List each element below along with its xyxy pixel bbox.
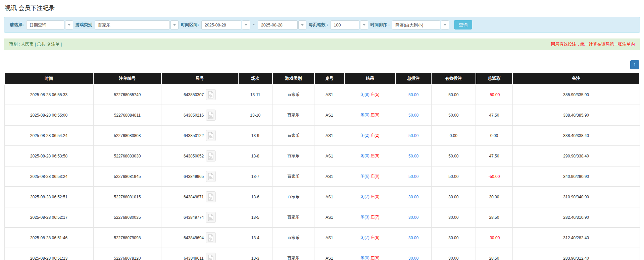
time-sort-dropdown-button[interactable] (441, 20, 449, 29)
round-id-text: 643850216 (184, 113, 204, 118)
cell-round-id: 643849965 (161, 166, 238, 187)
cell-game-type: 百家乐 (273, 227, 314, 248)
round-id-text: 643850122 (184, 133, 204, 138)
date-to-select[interactable]: 2025-08-28 (258, 20, 306, 29)
cell-payout: 47.50 (476, 105, 513, 125)
search-button[interactable]: 查询 (454, 20, 472, 29)
date-from-select[interactable]: 2025-08-28 (201, 20, 250, 29)
cell-time: 2025-08-28 06:52:17 (4, 207, 93, 227)
video-replay-icon[interactable] (206, 150, 216, 161)
cell-result: 闲(2) 庄(2) (344, 125, 396, 146)
table-row: 2025-08-28 06:53:58 522768083030 6438500… (4, 146, 640, 166)
header-valid-bet: 有效投注 (431, 73, 476, 85)
query-type-value: 日期查询 (26, 20, 64, 29)
cell-round-id: 643850307 (161, 84, 238, 105)
result-banker-text: 庄(6) (370, 235, 380, 240)
result-banker-text: 庄(9) (370, 153, 380, 158)
table-header-row: 时间 注单编号 局号 场次 游戏类别 桌号 结果 总投注 有效投注 总派彩 备注 (4, 73, 640, 85)
game-type-label: 游戏类别 (76, 22, 92, 28)
cell-game-type: 百家乐 (273, 84, 314, 105)
cell-result: 闲(0) 庄(8) (344, 105, 396, 125)
time-sort-select[interactable]: 降幂(由大到小) (392, 20, 449, 29)
page-size-dropdown-button[interactable] (360, 20, 368, 29)
pagination-top: 1 (4, 60, 639, 69)
result-player-text: 闲(0) (360, 153, 369, 158)
video-replay-icon[interactable] (206, 212, 216, 223)
cell-valid-bet: 50.00 (431, 84, 476, 105)
cell-session: 13-6 (238, 187, 273, 207)
table-row: 2025-08-28 06:55:33 522768085749 6438503… (4, 84, 640, 105)
video-replay-icon[interactable] (206, 171, 216, 182)
cell-total-bet: 30.00 (396, 187, 431, 207)
cell-table-no: AS1 (314, 84, 344, 105)
cell-payout: 47.50 (476, 146, 513, 166)
cell-table-no: AS1 (314, 248, 344, 260)
header-table-no: 桌号 (314, 73, 344, 85)
cell-round-id: 643850052 (161, 146, 238, 166)
chevron-down-icon (68, 24, 70, 26)
cell-valid-bet: 50.00 (431, 146, 476, 166)
date-from-value: 2025-08-28 (201, 20, 241, 29)
result-banker-text: 庄(0) (370, 194, 380, 199)
result-banker-text: 庄(5) (370, 92, 380, 97)
video-replay-icon[interactable] (206, 232, 216, 243)
cell-payout: 28.50 (476, 248, 513, 260)
cell-note: 340.90/290.90 (512, 166, 640, 187)
cell-total-bet: 50.00 (396, 105, 431, 125)
table-body: 2025-08-28 06:55:33 522768085749 6438503… (4, 84, 640, 260)
cell-total-bet: 30.00 (396, 227, 431, 248)
cell-session: 13-11 (238, 84, 273, 105)
game-type-dropdown-button[interactable] (170, 20, 179, 29)
filter-bar: 请选择: 日期查询 游戏类别 百家乐 时间区间: 2025-08-28 ~ 20… (4, 17, 640, 33)
video-replay-icon[interactable] (206, 191, 216, 202)
cell-result: 闲(8) 庄(5) (344, 84, 396, 105)
query-type-select[interactable]: 日期查询 (26, 20, 73, 29)
cell-game-type: 百家乐 (273, 146, 314, 166)
cell-game-type: 百家乐 (273, 248, 314, 260)
date-to-value: 2025-08-28 (258, 20, 298, 29)
cell-total-bet: 50.00 (396, 125, 431, 146)
cell-valid-bet: 50.00 (431, 166, 476, 187)
header-game-type: 游戏类别 (273, 73, 314, 85)
cell-total-bet: 30.00 (396, 207, 431, 227)
cell-valid-bet: 30.00 (431, 207, 476, 227)
video-replay-icon[interactable] (206, 110, 216, 121)
cell-total-bet: 50.00 (396, 84, 431, 105)
page-size-select[interactable]: 100 (331, 20, 368, 29)
cell-round-id: 643849774 (161, 207, 238, 227)
round-id-text: 643850307 (184, 92, 204, 97)
result-banker-text: 庄(0) (370, 174, 380, 179)
game-type-value: 百家乐 (95, 20, 170, 29)
page-1-button[interactable]: 1 (630, 60, 639, 69)
cell-payout: 0.00 (476, 125, 513, 146)
cell-valid-bet: 30.00 (431, 248, 476, 260)
cell-table-no: AS1 (314, 166, 344, 187)
date-from-dropdown-button[interactable] (242, 20, 250, 29)
video-replay-icon[interactable] (206, 130, 216, 141)
video-replay-icon[interactable] (206, 253, 216, 260)
chevron-down-icon (444, 24, 446, 26)
video-replay-icon[interactable] (206, 89, 216, 100)
cell-result: 闲(0) 庄(6) (344, 248, 396, 260)
cell-note: 312.40/282.40 (512, 227, 640, 248)
cell-note: 338.40/385.90 (512, 105, 640, 125)
header-time: 时间 (4, 73, 93, 85)
cell-round-id: 643849871 (161, 187, 238, 207)
cell-table-no: AS1 (314, 105, 344, 125)
cell-note: 283.90/312.40 (512, 248, 640, 260)
date-to-dropdown-button[interactable] (298, 20, 306, 29)
cell-time: 2025-08-28 06:53:24 (4, 166, 93, 187)
cell-note: 310.90/340.90 (512, 187, 640, 207)
cell-payout: -50.00 (476, 166, 513, 187)
round-id-text: 643849611 (184, 256, 203, 260)
query-type-dropdown-button[interactable] (65, 20, 73, 29)
result-player-text: 闲(2) (360, 133, 369, 138)
game-type-select[interactable]: 百家乐 (95, 20, 179, 29)
cell-table-no: AS1 (314, 227, 344, 248)
cell-bet-id: 522768078120 (93, 248, 161, 260)
cell-bet-id: 522768083030 (93, 146, 161, 166)
cell-valid-bet: 30.00 (431, 227, 476, 248)
cell-payout: -50.00 (476, 84, 513, 105)
table-row: 2025-08-28 06:52:51 522768081015 6438498… (4, 187, 640, 207)
cell-session: 13-10 (238, 105, 273, 125)
